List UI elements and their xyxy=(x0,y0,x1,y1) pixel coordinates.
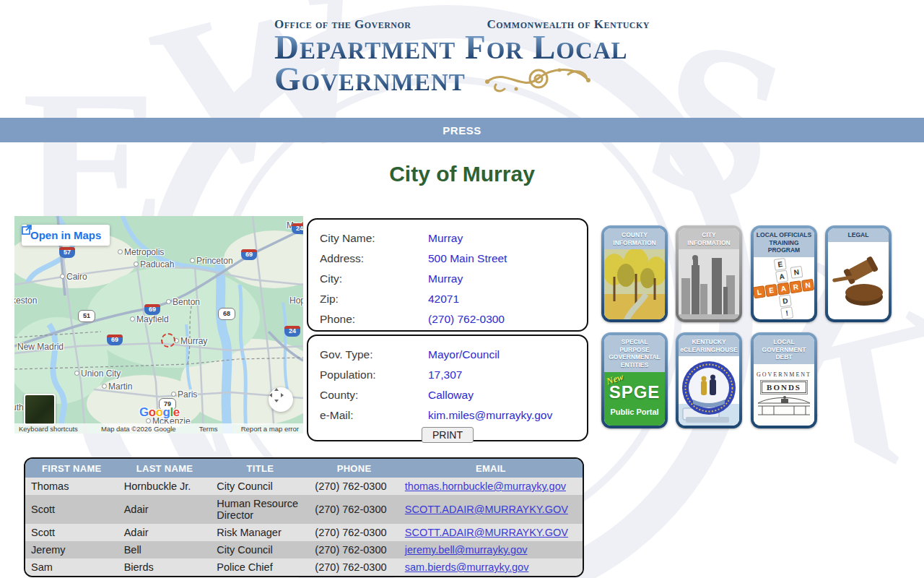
interstate-69-shield-icon: 69 xyxy=(241,249,257,260)
tile-legal[interactable]: LEGAL xyxy=(825,225,892,322)
map-town-label-partial: keston xyxy=(14,296,37,306)
tile-county-information[interactable]: COUNTY INFORMATION xyxy=(601,225,668,322)
report-map-error-link[interactable]: Report a map error xyxy=(241,425,299,433)
city-skyline-image xyxy=(679,249,739,319)
murray-location-marker xyxy=(161,333,175,348)
map-town-label: Metropolis xyxy=(118,247,164,257)
interstate-24-shield-icon: 24 xyxy=(284,326,300,337)
tile-city-information[interactable]: CITY INFORMATION xyxy=(676,225,742,322)
svg-text:D: D xyxy=(782,296,788,305)
gov-info-panel: Gov. Type: Mayor/Council Population: 17,… xyxy=(307,335,588,441)
satellite-view-toggle[interactable] xyxy=(24,394,56,426)
cell-title: Human Resource Director xyxy=(211,495,309,524)
terms-link[interactable]: Terms xyxy=(199,425,218,433)
tile-spge-title: SPECIAL PURPOSE GOVERNMENTAL ENTITIES xyxy=(604,335,665,372)
tile-kentucky-eclearinghouse[interactable]: KENTUCKY eCLEARINGHOUSE xyxy=(676,332,742,428)
phone-row: Phone: (270) 762-0300 xyxy=(320,309,575,329)
zip-value: 42071 xyxy=(428,293,459,306)
google-map-embed[interactable]: Metropolis Paducah Princeton Cairo Bento… xyxy=(14,216,303,434)
page-title: City of Murray xyxy=(0,162,924,186)
gavel-image xyxy=(828,242,889,319)
us-68-shield-icon: 68 xyxy=(218,308,235,320)
table-row: Scott Adair Human Resource Director (270… xyxy=(25,495,583,524)
map-pan-control[interactable] xyxy=(269,387,293,412)
agency-title-line1: Department For Local xyxy=(274,32,650,63)
map-town-label: Cairo xyxy=(60,272,87,282)
table-header-row: FIRST NAME LAST NAME TITLE PHONE EMAIL xyxy=(25,459,583,478)
map-town-label: Murray xyxy=(174,336,207,346)
map-town-label: Paducah xyxy=(134,259,174,269)
email-link[interactable]: thomas.hornbuckle@murrayky.gov xyxy=(405,480,566,492)
agency-title-line2: Government xyxy=(274,64,466,95)
cell-last-name: Adair xyxy=(118,495,212,524)
email-value: kim.miles@murrayky.gov xyxy=(428,409,552,422)
bonds-arc-text: GOVERNMENT xyxy=(757,371,811,378)
email-link[interactable]: SCOTT.ADAIR@MURRAYKY.GOV xyxy=(405,504,568,515)
officials-table: FIRST NAME LAST NAME TITLE PHONE EMAIL T… xyxy=(24,457,584,577)
cell-last-name: Bierds xyxy=(118,558,212,576)
google-logo[interactable]: Google xyxy=(139,405,180,420)
tile-county-title: COUNTY INFORMATION xyxy=(604,228,665,249)
city-name-value: Murray xyxy=(428,232,463,245)
open-in-maps-label: Open in Maps xyxy=(30,229,101,241)
phone-value: (270) 762-0300 xyxy=(428,313,505,326)
svg-text:N: N xyxy=(805,281,811,290)
cell-title: City Council xyxy=(211,541,309,558)
spge-sub-label: Public Portal xyxy=(610,407,658,417)
city-label: City: xyxy=(320,272,428,285)
population-value: 17,307 xyxy=(428,368,462,381)
table-row: Scott Adair Risk Manager (270) 762-0300 … xyxy=(25,524,583,541)
map-town-label: Mayfield xyxy=(130,314,169,324)
map-town-label-partial: Hopk xyxy=(289,296,303,306)
interstate-57-shield-icon: 57 xyxy=(59,247,75,258)
press-nav-item[interactable]: PRESS xyxy=(443,124,481,137)
open-in-maps-button[interactable]: Open in Maps xyxy=(22,225,110,246)
cell-first-name: Jeremy xyxy=(25,541,118,558)
table-row-partial: Sam Bierds Police Chief (270) 762-0300 s… xyxy=(25,558,583,576)
cell-title: City Council xyxy=(211,478,309,495)
cell-last-name: Bell xyxy=(118,541,212,558)
print-button[interactable]: PRINT xyxy=(422,427,474,443)
interstate-24-shield-icon: 24 xyxy=(292,223,303,234)
city-value: Murray xyxy=(428,272,463,285)
col-header-phone: PHONE xyxy=(309,459,398,478)
cell-title: Risk Manager xyxy=(211,524,309,541)
tile-local-government-debt[interactable]: LOCAL GOVERNMENT DEBT GOVERNMENT BONDS xyxy=(751,332,817,428)
cell-first-name: Scott xyxy=(25,495,118,524)
svg-text:A: A xyxy=(780,284,787,293)
tile-training-title: LOCAL OFFICIALS TRAINING PROGRAM xyxy=(754,228,814,257)
county-autumn-trees-image xyxy=(604,249,665,319)
cell-first-name: Sam xyxy=(25,558,118,576)
tile-local-officials-training[interactable]: LOCAL OFFICIALS TRAINING PROGRAM E A D !… xyxy=(751,225,817,322)
external-link-icon xyxy=(22,225,32,235)
map-town-label: Benton xyxy=(166,297,200,307)
cell-first-name: Thomas xyxy=(25,478,118,495)
cell-phone: (270) 762-0300 xyxy=(309,558,398,576)
cell-phone: (270) 762-0300 xyxy=(309,541,398,558)
interstate-69-shield-icon: 69 xyxy=(144,304,160,315)
bond-bridge-engraving xyxy=(757,393,811,418)
email-link[interactable]: jeremy.bell@murrayky.gov xyxy=(405,544,528,556)
svg-text:N: N xyxy=(793,268,800,277)
email-link[interactable]: SCOTT.ADAIR@MURRAYKY.GOV xyxy=(405,527,568,538)
pan-arrows-icon xyxy=(269,387,284,403)
map-town-label: Union City xyxy=(74,368,121,379)
county-value: Calloway xyxy=(428,389,474,402)
site-header: Office of the Governor Commonwealth of K… xyxy=(274,0,650,95)
city-name-row: City Name: Murray xyxy=(320,228,575,249)
map-town-label: Martin xyxy=(102,381,132,392)
email-link[interactable]: sam.bierds@murrayky.gov xyxy=(405,561,529,573)
col-header-title: TITLE xyxy=(211,459,309,478)
address-row: Address: 500 Main Street xyxy=(320,249,575,269)
keyboard-shortcuts-link[interactable]: Keyboard shortcuts xyxy=(19,425,78,433)
tile-spge[interactable]: SPECIAL PURPOSE GOVERNMENTAL ENTITIES Ne… xyxy=(601,332,668,428)
us-51-shield-icon: 51 xyxy=(78,310,95,322)
map-town-label: Paris xyxy=(171,389,197,400)
cell-title: Police Chief xyxy=(211,558,309,576)
tile-legal-title: LEGAL xyxy=(828,228,889,242)
col-header-last-name: LAST NAME xyxy=(118,459,212,478)
address-value: 500 Main Street xyxy=(428,252,507,265)
cell-first-name: Scott xyxy=(25,524,118,541)
county-label: County: xyxy=(320,389,428,402)
city-name-label: City Name: xyxy=(320,232,428,245)
